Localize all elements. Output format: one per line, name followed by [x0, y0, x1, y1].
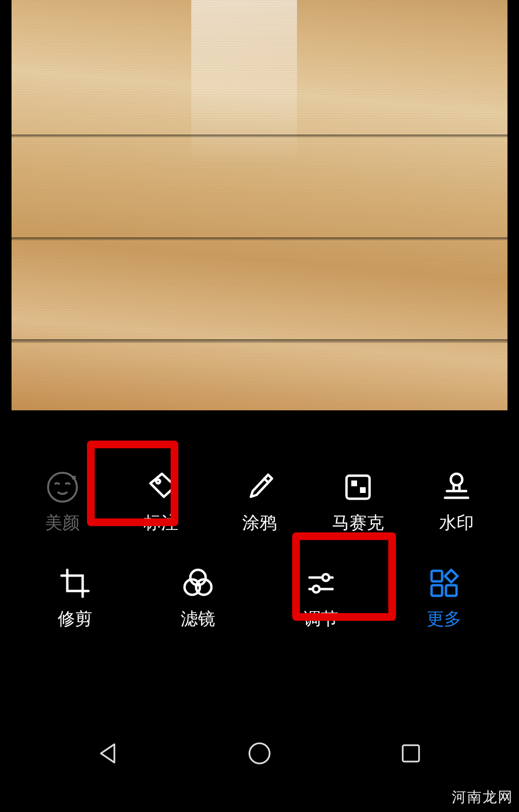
- mosaic-icon: [341, 470, 375, 504]
- wood-seam: [12, 237, 507, 240]
- svg-point-5: [451, 474, 462, 485]
- svg-rect-12: [432, 585, 442, 596]
- brush-icon: [242, 470, 277, 504]
- tool-label: 水印: [439, 511, 474, 535]
- svg-point-10: [313, 586, 320, 592]
- grid-icon: [427, 566, 461, 601]
- tool-label: 滤镜: [181, 607, 215, 631]
- tool-watermark[interactable]: 水印: [411, 464, 502, 541]
- photo-preview[interactable]: [12, 0, 507, 410]
- tool-label: 更多: [427, 607, 461, 631]
- face-icon: [45, 470, 80, 504]
- tool-more[interactable]: 更多: [398, 560, 490, 637]
- square-recent-icon: [399, 741, 423, 765]
- tool-label: 马赛克: [332, 511, 384, 535]
- nav-home-button[interactable]: [216, 729, 303, 777]
- source-watermark: 河南龙网: [452, 787, 513, 807]
- tool-label: 调节: [304, 607, 338, 631]
- svg-rect-4: [360, 487, 366, 493]
- photo-texture: [12, 0, 507, 410]
- tag-icon: [144, 470, 178, 504]
- tool-label: 涂鸦: [242, 511, 277, 535]
- tool-label: 美颜: [45, 511, 80, 535]
- wood-seam: [12, 339, 507, 343]
- nav-recent-button[interactable]: [368, 729, 454, 777]
- tool-crop[interactable]: 修剪: [29, 560, 121, 637]
- tool-label: 标注: [144, 511, 178, 535]
- tool-mosaic[interactable]: 马赛克: [312, 464, 404, 541]
- svg-rect-13: [446, 585, 457, 596]
- svg-point-14: [249, 743, 270, 763]
- circle-home-icon: [247, 740, 272, 766]
- tool-label: 修剪: [58, 607, 92, 631]
- svg-rect-11: [432, 571, 442, 581]
- tool-annotate[interactable]: 标注: [115, 464, 207, 541]
- tool-doodle[interactable]: 涂鸦: [214, 464, 305, 541]
- system-nav-bar: [0, 725, 519, 782]
- tool-row-2: 修剪 滤镜 调节 更多: [0, 553, 519, 644]
- svg-point-9: [322, 574, 329, 581]
- svg-rect-3: [351, 480, 357, 486]
- svg-rect-15: [403, 745, 419, 762]
- triangle-back-icon: [95, 740, 121, 766]
- svg-rect-2: [346, 476, 370, 499]
- sliders-icon: [304, 566, 338, 601]
- tool-filter[interactable]: 滤镜: [152, 560, 244, 637]
- filter-icon: [181, 566, 215, 601]
- svg-point-1: [156, 480, 160, 483]
- tool-beauty[interactable]: 美颜: [17, 464, 108, 541]
- nav-back-button[interactable]: [65, 729, 151, 777]
- tool-adjust[interactable]: 调节: [275, 560, 367, 637]
- tool-row-1: 美颜 标注 涂鸦 马赛克 水印: [0, 456, 519, 548]
- stamp-icon: [439, 470, 474, 504]
- crop-icon: [58, 566, 92, 601]
- wood-seam: [12, 135, 507, 137]
